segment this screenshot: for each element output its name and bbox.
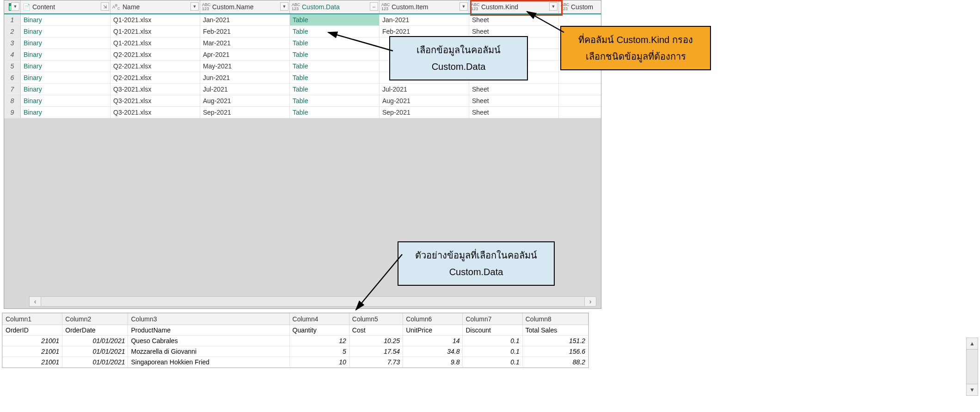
- preview-column-header[interactable]: Column4: [289, 314, 349, 325]
- preview-column-header[interactable]: Column6: [403, 314, 463, 325]
- table-row[interactable]: 9BinaryQ3-2021.xlsxSep-2021TableSep-2021…: [4, 107, 601, 118]
- scroll-left-icon[interactable]: ‹: [29, 296, 41, 307]
- cell-custom-name[interactable]: Jan-2021: [200, 14, 290, 25]
- table-row[interactable]: 8BinaryQ3-2021.xlsxAug-2021TableAug-2021…: [4, 95, 601, 107]
- cell-custom-name[interactable]: Sep-2021: [200, 107, 290, 118]
- preview-cell[interactable]: 01/01/2021: [62, 357, 128, 368]
- cell-content[interactable]: Binary: [21, 61, 110, 72]
- cell-custom-data[interactable]: Table: [290, 37, 380, 49]
- row-number[interactable]: 6: [4, 72, 21, 83]
- row-number[interactable]: 2: [4, 26, 21, 37]
- preview-cell[interactable]: Queso Cabrales: [128, 336, 289, 346]
- cell-name[interactable]: Q2-2021.xlsx: [110, 72, 200, 83]
- cell-custom-kind[interactable]: Sheet: [469, 84, 559, 95]
- scroll-track[interactable]: [41, 296, 584, 307]
- preview-cell[interactable]: 14: [403, 336, 463, 346]
- header-custom-extra[interactable]: ABC123 Custom: [559, 0, 598, 13]
- vertical-scrollbar[interactable]: ▲ ▼: [966, 338, 978, 396]
- cell-custom-data[interactable]: Table: [290, 72, 380, 83]
- preview-cell[interactable]: 12: [289, 336, 349, 346]
- expand-custom-data-icon[interactable]: ↔: [370, 2, 378, 11]
- preview-cell[interactable]: 10.25: [349, 336, 403, 346]
- preview-cell[interactable]: 0.1: [463, 346, 522, 357]
- preview-cell[interactable]: Singaporean Hokkien Fried: [128, 357, 289, 368]
- cell-custom-item[interactable]: Jul-2021: [380, 84, 469, 95]
- cell-custom-item[interactable]: Aug-2021: [380, 95, 469, 106]
- preview-row[interactable]: 2100101/01/2021Mozzarella di Giovanni517…: [3, 346, 588, 357]
- row-number[interactable]: 8: [4, 95, 21, 106]
- preview-row[interactable]: 2100101/01/2021Singaporean Hokkien Fried…: [3, 357, 588, 368]
- preview-cell[interactable]: Mozzarella di Giovanni: [128, 346, 289, 357]
- header-custom-kind[interactable]: ABC123 Custom.Kind ▼: [469, 0, 559, 13]
- cell-content[interactable]: Binary: [21, 26, 110, 37]
- cell-custom-item[interactable]: Feb-2021: [380, 26, 469, 37]
- cell-custom-data[interactable]: Table: [290, 14, 380, 25]
- preview-cell[interactable]: 21001: [3, 346, 62, 357]
- cell-content[interactable]: Binary: [21, 72, 110, 83]
- preview-cell[interactable]: 17.54: [349, 346, 403, 357]
- cell-custom-name[interactable]: Apr-2021: [200, 49, 290, 60]
- vscroll-track[interactable]: [966, 350, 978, 384]
- preview-column-header[interactable]: Column1: [3, 314, 62, 325]
- scroll-right-icon[interactable]: ›: [584, 296, 596, 307]
- preview-cell[interactable]: 151.2: [522, 336, 588, 346]
- preview-cell[interactable]: 7.73: [349, 357, 403, 368]
- preview-cell[interactable]: 9.8: [403, 357, 463, 368]
- preview-cell[interactable]: 156.6: [522, 346, 588, 357]
- header-custom-data[interactable]: ABC123 Custom.Data ↔: [290, 0, 380, 13]
- cell-name[interactable]: Q3-2021.xlsx: [110, 107, 200, 118]
- cell-name[interactable]: Q3-2021.xlsx: [110, 95, 200, 106]
- preview-cell[interactable]: 21001: [3, 336, 62, 346]
- preview-column-header[interactable]: Column2: [62, 314, 128, 325]
- preview-row[interactable]: 2100101/01/2021Queso Cabrales1210.25140.…: [3, 336, 588, 346]
- cell-custom-data[interactable]: Table: [290, 26, 380, 37]
- cell-name[interactable]: Q2-2021.xlsx: [110, 49, 200, 60]
- cell-content[interactable]: Binary: [21, 37, 110, 49]
- cell-extra[interactable]: [559, 84, 598, 95]
- cell-content[interactable]: Binary: [21, 107, 110, 118]
- cell-extra[interactable]: [559, 107, 598, 118]
- cell-content[interactable]: Binary: [21, 84, 110, 95]
- row-number[interactable]: 7: [4, 84, 21, 95]
- cell-custom-data[interactable]: Table: [290, 107, 380, 118]
- preview-cell[interactable]: 88.2: [522, 357, 588, 368]
- cell-custom-name[interactable]: Feb-2021: [200, 26, 290, 37]
- cell-content[interactable]: Binary: [21, 49, 110, 60]
- cell-custom-name[interactable]: Aug-2021: [200, 95, 290, 106]
- header-custom-name[interactable]: ABC123 Custom.Name ▼: [200, 0, 290, 13]
- preview-cell[interactable]: 21001: [3, 357, 62, 368]
- cell-custom-data[interactable]: Table: [290, 84, 380, 95]
- row-number[interactable]: 3: [4, 37, 21, 49]
- row-number[interactable]: 1: [4, 14, 21, 25]
- cell-custom-kind[interactable]: Sheet: [469, 107, 559, 118]
- corner-dropdown-icon[interactable]: ▼: [11, 2, 19, 11]
- row-number[interactable]: 9: [4, 107, 21, 118]
- header-content[interactable]: 📄 Content ⇲: [21, 0, 110, 13]
- preview-cell[interactable]: 5: [289, 346, 349, 357]
- cell-name[interactable]: Q1-2021.xlsx: [110, 26, 200, 37]
- table-row[interactable]: 1BinaryQ1-2021.xlsxJan-2021TableJan-2021…: [4, 14, 601, 26]
- filter-name-icon[interactable]: ▼: [190, 2, 199, 11]
- cell-custom-kind[interactable]: Sheet: [469, 95, 559, 106]
- filter-custom-kind-icon[interactable]: ▼: [549, 2, 557, 11]
- preview-cell[interactable]: 0.1: [463, 336, 522, 346]
- row-number[interactable]: 4: [4, 49, 21, 60]
- preview-cell[interactable]: 34.8: [403, 346, 463, 357]
- preview-cell[interactable]: 01/01/2021: [62, 336, 128, 346]
- select-all-corner[interactable]: ▼: [4, 0, 21, 13]
- preview-cell[interactable]: 0.1: [463, 357, 522, 368]
- cell-custom-kind[interactable]: Sheet: [469, 26, 559, 37]
- cell-custom-name[interactable]: Jun-2021: [200, 72, 290, 83]
- header-name[interactable]: ABC Name ▼: [110, 0, 200, 13]
- cell-content[interactable]: Binary: [21, 95, 110, 106]
- row-number[interactable]: 5: [4, 61, 21, 72]
- cell-custom-data[interactable]: Table: [290, 95, 380, 106]
- cell-name[interactable]: Q2-2021.xlsx: [110, 61, 200, 72]
- expand-content-icon[interactable]: ⇲: [101, 2, 109, 11]
- table-row[interactable]: 7BinaryQ3-2021.xlsxJul-2021TableJul-2021…: [4, 84, 601, 95]
- horizontal-scrollbar[interactable]: ‹ ›: [29, 296, 596, 307]
- header-custom-item[interactable]: ABC123 Custom.Item ▼: [380, 0, 469, 13]
- filter-custom-name-icon[interactable]: ▼: [280, 2, 288, 11]
- filter-custom-item-icon[interactable]: ▼: [459, 2, 468, 11]
- cell-custom-name[interactable]: Jul-2021: [200, 84, 290, 95]
